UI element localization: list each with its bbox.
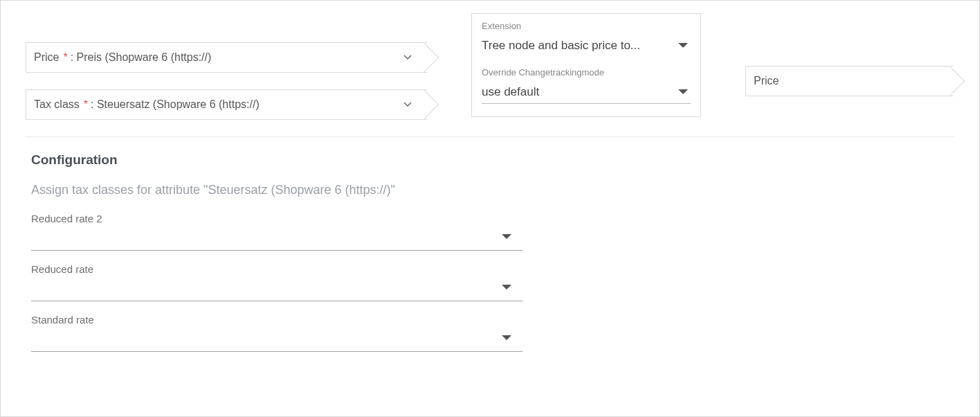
caret-down-icon [502, 285, 511, 290]
override-ctm-field: Override Changetrackingmode use default [482, 67, 691, 104]
price-mapping-select[interactable]: Price * : Preis (Shopware 6 (https://) [26, 42, 427, 73]
chevron-down-icon [403, 102, 412, 107]
rate-label: Reduced rate [31, 263, 523, 275]
configuration-panel: Price * : Preis (Shopware 6 (https://) T… [0, 0, 980, 417]
override-ctm-value: use default [482, 85, 539, 99]
caret-down-icon [678, 43, 688, 48]
mapping-inputs-column: Price * : Preis (Shopware 6 (https://) T… [26, 13, 427, 120]
caret-down-icon [502, 335, 511, 341]
output-chip-price[interactable]: Price [745, 66, 953, 96]
rate-select-reduced[interactable] [31, 281, 523, 301]
caret-down-icon [678, 89, 688, 95]
rate-select-standard[interactable] [31, 331, 523, 352]
chevron-down-icon [403, 55, 412, 60]
rate-field-standard: Standard rate [31, 314, 523, 352]
rate-label: Standard rate [31, 314, 523, 326]
options-box: Extension Tree node and basic price to..… [471, 13, 701, 117]
override-ctm-select[interactable]: use default [482, 80, 691, 104]
top-row: Price * : Preis (Shopware 6 (https://) T… [1, 1, 979, 136]
override-ctm-label: Override Changetrackingmode [482, 67, 691, 78]
rate-field-reduced-2: Reduced rate 2 [31, 213, 523, 251]
configuration-subtitle: Assign tax classes for attribute "Steuer… [31, 183, 954, 197]
tax-class-mapping-select[interactable]: Tax class * : Steuersatz (Shopware 6 (ht… [26, 89, 427, 120]
rate-select-reduced-2[interactable] [31, 230, 523, 251]
extension-value: Tree node and basic price to... [482, 39, 640, 53]
extension-field: Extension Tree node and basic price to..… [482, 21, 691, 57]
configuration-section: Configuration Assign tax classes for att… [1, 137, 979, 352]
caret-down-icon [502, 234, 511, 240]
rate-label: Reduced rate 2 [31, 213, 523, 224]
rate-field-reduced: Reduced rate [31, 263, 523, 301]
output-column: Price [745, 13, 953, 96]
configuration-heading: Configuration [31, 152, 954, 168]
extension-select[interactable]: Tree node and basic price to... [482, 34, 691, 57]
extension-label: Extension [482, 21, 691, 31]
